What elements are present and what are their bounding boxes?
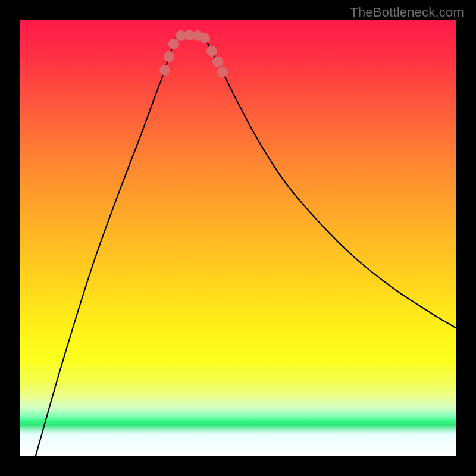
chart-frame: TheBottleneck.com	[0, 0, 476, 476]
data-marker	[200, 33, 210, 43]
data-marker	[164, 52, 174, 62]
data-marker	[160, 65, 170, 76]
chart-svg	[20, 20, 456, 456]
right-curve	[205, 38, 456, 328]
left-curve	[36, 38, 176, 456]
data-marker	[213, 57, 223, 67]
data-marker	[169, 39, 179, 49]
data-marker	[207, 46, 217, 57]
plot-area	[20, 20, 456, 456]
data-marker	[218, 67, 228, 77]
marker-group	[160, 30, 228, 77]
watermark-text: TheBottleneck.com	[350, 5, 464, 20]
